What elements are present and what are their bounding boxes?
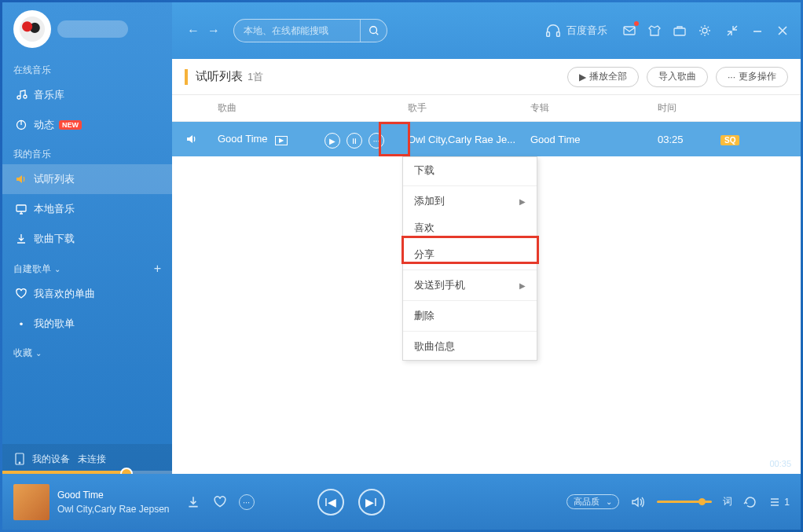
sidebar-item-library[interactable]: 音乐库 <box>2 80 172 110</box>
col-artist[interactable]: 歌手 <box>408 101 530 115</box>
heart-icon <box>15 288 28 300</box>
lyric-button[interactable]: 词 <box>723 495 732 508</box>
sidebar-item-preview-list[interactable]: 试听列表 <box>2 164 172 194</box>
loop-button[interactable] <box>743 495 757 509</box>
sidebar-item-label: 音乐库 <box>34 88 64 102</box>
search-input[interactable] <box>234 20 360 42</box>
sidebar-item-label: 我喜欢的单曲 <box>34 287 95 301</box>
sidebar-item-dynamic[interactable]: 动态 NEW <box>2 110 172 140</box>
search-icon <box>368 25 380 36</box>
username-pill[interactable] <box>57 20 128 38</box>
gear-icon[interactable] <box>697 23 713 39</box>
cm-share[interactable]: 分享 <box>403 241 537 268</box>
header: ← → 百度音乐 <box>172 2 801 59</box>
monitor-icon <box>15 203 28 215</box>
sidebar-item-label: 动态 <box>34 118 54 132</box>
song-artist: Owl City,Carly Rae Je... <box>408 134 530 145</box>
sidebar-item-label: 我的歌单 <box>34 317 75 331</box>
skin-icon[interactable] <box>647 23 662 39</box>
sidebar-item-label: 歌曲下载 <box>34 232 75 246</box>
sidebar-item-label: 试听列表 <box>34 172 75 186</box>
device-bar[interactable]: 我的设备 未连接 <box>2 444 172 474</box>
nav-back-button[interactable]: ← <box>183 20 204 41</box>
mv-badge[interactable]: ▶ <box>275 136 288 145</box>
player-like-button[interactable] <box>212 494 228 510</box>
cm-like[interactable]: 喜欢 <box>403 215 537 241</box>
player-more-button[interactable]: ··· <box>239 494 255 510</box>
quality-selector[interactable]: 高品质⌄ <box>566 494 619 509</box>
cm-download[interactable]: 下载 <box>403 157 537 184</box>
volume-button[interactable] <box>630 494 646 510</box>
chevron-right-icon: ▶ <box>519 281 526 290</box>
brand-label: 百度音乐 <box>566 24 607 38</box>
avatar[interactable] <box>13 10 51 48</box>
song-time: 03:25 <box>658 134 720 145</box>
speaker-icon <box>15 173 28 185</box>
svg-point-10 <box>702 28 707 33</box>
cm-delete[interactable]: 删除 <box>403 303 537 329</box>
sidebar-item-download[interactable]: 歌曲下载 <box>2 224 172 254</box>
more-actions-button[interactable]: ···更多操作 <box>716 67 788 87</box>
player-download-button[interactable] <box>185 494 201 510</box>
prev-button[interactable]: I◀ <box>317 489 344 515</box>
main-content: 试听列表 1首 ▶播放全部 导入歌曲 ···更多操作 歌曲 歌手 专辑 时间 <box>172 59 801 469</box>
song-album: Good Time <box>530 134 658 145</box>
svg-rect-2 <box>16 205 26 211</box>
download-icon <box>15 233 28 245</box>
play-icon: ▶ <box>579 72 586 83</box>
suitcase-icon[interactable] <box>672 23 688 39</box>
import-songs-button[interactable]: 导入歌曲 <box>647 67 708 87</box>
search-box <box>233 19 387 42</box>
svg-rect-6 <box>547 32 550 37</box>
new-badge: NEW <box>59 120 82 130</box>
now-playing-artist: Owl City,Carly Rae Jepsen <box>57 502 170 516</box>
sidebar-item-local[interactable]: 本地音乐 <box>2 194 172 224</box>
mail-icon[interactable] <box>622 23 637 39</box>
close-button[interactable] <box>776 24 790 38</box>
cm-send-to-phone[interactable]: 发送到手机▶ <box>403 272 537 299</box>
svg-point-0 <box>24 95 27 98</box>
minimize-button[interactable] <box>750 24 764 38</box>
svg-rect-9 <box>674 28 685 35</box>
search-button[interactable] <box>360 20 387 42</box>
phone-icon <box>15 453 24 465</box>
album-cover[interactable] <box>13 484 50 520</box>
col-song[interactable]: 歌曲 <box>211 101 408 115</box>
row-more-button[interactable]: ··· <box>368 133 384 149</box>
now-playing-title: Good Time <box>57 488 170 502</box>
cm-add-to[interactable]: 添加到▶ <box>403 188 537 215</box>
mini-mode-button[interactable] <box>725 24 739 38</box>
sidebar: 在线音乐 音乐库 动态 NEW 我的音乐 试听列表 本地音乐 歌曲下载 <box>2 2 172 474</box>
cm-info[interactable]: 歌曲信息 <box>403 333 537 360</box>
sidebar-item-label: 本地音乐 <box>34 202 75 216</box>
sidebar-section-my: 我的音乐 <box>2 140 172 164</box>
sidebar-item-my-list[interactable]: • 我的歌单 <box>2 309 172 339</box>
list-title: 试听列表 <box>196 69 243 84</box>
col-album[interactable]: 专辑 <box>530 101 658 115</box>
chevron-down-icon: ⌄ <box>54 265 60 273</box>
next-button[interactable]: ▶I <box>358 489 385 515</box>
row-pause-button[interactable]: ⏸ <box>346 133 362 149</box>
sidebar-section-online: 在线音乐 <box>2 56 172 80</box>
add-playlist-button[interactable]: + <box>154 262 161 276</box>
brand[interactable]: 百度音乐 <box>544 22 607 39</box>
device-status: 未连接 <box>78 453 106 466</box>
nav-forward-button[interactable]: → <box>204 20 224 41</box>
sq-badge: SQ <box>720 135 739 145</box>
accent-bar <box>185 69 188 85</box>
queue-button[interactable]: 1 <box>768 496 790 508</box>
sidebar-item-fav-songs[interactable]: 我喜欢的单曲 <box>2 279 172 309</box>
row-play-button[interactable]: ▶ <box>324 133 340 149</box>
sidebar-section-fav[interactable]: 收藏⌄ <box>13 347 42 360</box>
headphone-icon <box>544 22 562 39</box>
play-all-button[interactable]: ▶播放全部 <box>567 67 639 87</box>
svg-point-5 <box>369 27 376 34</box>
col-time[interactable]: 时间 <box>658 101 720 115</box>
table-row[interactable]: Good Time ▶ ▶ ⏸ ··· Owl City,Carly Rae J… <box>172 122 801 156</box>
table-header: 歌曲 歌手 专辑 时间 <box>172 95 801 122</box>
context-menu: 下载 添加到▶ 喜欢 分享 发送到手机▶ 删除 歌曲信息 <box>402 156 537 361</box>
playing-icon <box>185 133 198 145</box>
sidebar-section-playlist[interactable]: 自建歌单⌄ <box>13 262 60 276</box>
volume-slider[interactable] <box>657 501 712 503</box>
list-count: 1首 <box>248 70 263 84</box>
